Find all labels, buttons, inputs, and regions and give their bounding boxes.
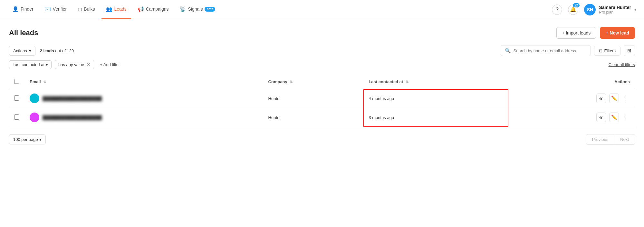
beta-badge: beta: [205, 7, 215, 12]
pagination: Previous Next: [586, 134, 635, 145]
previous-button[interactable]: Previous: [586, 134, 615, 145]
next-button[interactable]: Next: [614, 134, 635, 145]
nav-right: ? 🔔 22 SH Samara Hunter Pro plan ▾: [552, 4, 636, 15]
leads-count-value: 2 leads: [40, 48, 54, 53]
last-contacted-cell: 3 months ago: [363, 108, 508, 127]
user-plan: Pro plan: [599, 10, 631, 15]
user-menu[interactable]: SH Samara Hunter Pro plan ▾: [584, 4, 636, 15]
clear-filters-label: Clear all filters: [609, 62, 635, 67]
nav-signals[interactable]: 📡 Signals beta: [175, 0, 219, 19]
row-checkbox[interactable]: [14, 95, 19, 101]
actions-label: Actions: [13, 48, 27, 53]
user-name: Samara Hunter: [599, 5, 631, 10]
clear-filters[interactable]: Clear all filters: [609, 62, 635, 67]
select-all-header: [9, 75, 24, 89]
table-row: ████████████████████ Hunter 3 months ago…: [9, 108, 635, 127]
search-input[interactable]: [514, 48, 587, 53]
email-cell: ████████████████████: [24, 108, 263, 127]
columns-button[interactable]: ⊞: [624, 45, 635, 56]
finder-icon: 👤: [12, 6, 19, 12]
row-checkbox[interactable]: [14, 114, 19, 120]
view-button[interactable]: 👁: [596, 113, 606, 122]
email-blurred-text: ████████████████████: [43, 115, 102, 120]
row-checkbox-cell: [9, 89, 24, 108]
leads-count: 2 leads out of 129: [40, 48, 74, 53]
user-menu-chevron: ▾: [634, 7, 636, 12]
email-sort-icon[interactable]: ⇅: [43, 80, 46, 84]
nav-signals-label: Signals: [188, 6, 203, 12]
notification-badge: 22: [573, 3, 580, 7]
nav-finder[interactable]: 👤 Finder: [8, 0, 38, 19]
import-leads-button[interactable]: + Import leads: [556, 27, 596, 39]
main-content: All leads + Import leads + New lead Acti…: [0, 19, 644, 153]
nav-bulks-label: Bulks: [84, 6, 95, 12]
filter-field-label: Last contacted at: [13, 62, 44, 67]
nav-verifier[interactable]: ✉️ Verifier: [40, 0, 72, 19]
more-button[interactable]: ⋮: [622, 113, 630, 122]
avatar: SH: [584, 4, 596, 15]
company-cell: Hunter: [263, 108, 364, 127]
toolbar: Actions ▾ 2 leads out of 129 🔍 ⊟ Filters…: [9, 45, 635, 56]
email-cell: ████████████████████: [24, 89, 263, 108]
nav-bulks[interactable]: ◻ Bulks: [73, 0, 99, 19]
row-checkbox-cell: [9, 108, 24, 127]
table-container: Email ⇅ Company ⇅ Last contacted at ⇅ Ac…: [9, 75, 635, 127]
toolbar-left: Actions ▾ 2 leads out of 129: [9, 46, 74, 56]
filter-field-chip[interactable]: Last contacted at ▾: [9, 60, 52, 69]
verifier-icon: ✉️: [44, 6, 51, 12]
notification-button[interactable]: 🔔 22: [568, 5, 578, 15]
new-lead-button[interactable]: + New lead: [600, 27, 635, 39]
email-header: Email ⇅: [24, 75, 263, 89]
last-contacted-sort-icon[interactable]: ⇅: [406, 80, 409, 84]
nav-leads[interactable]: 👥 Leads: [101, 0, 131, 19]
company-header-label: Company: [268, 79, 287, 84]
filter-bar-left: Last contacted at ▾ has any value ✕ + Ad…: [9, 60, 122, 69]
table-footer: 100 per page ▾ Previous Next: [9, 128, 635, 145]
filter-value-chip: has any value ✕: [55, 60, 94, 69]
filter-value-text: has any value: [58, 62, 84, 67]
edit-button[interactable]: ✏️: [609, 113, 619, 122]
leads-icon: 👥: [106, 6, 112, 12]
nav-items: 👤 Finder ✉️ Verifier ◻ Bulks 👥 Leads 📢 C…: [8, 0, 552, 19]
bulks-icon: ◻: [78, 6, 82, 12]
columns-icon: ⊞: [627, 48, 631, 53]
last-contacted-header: Last contacted at ⇅: [363, 75, 508, 89]
email-blurred-text: ████████████████████: [43, 96, 102, 101]
nav-finder-label: Finder: [21, 6, 34, 12]
signals-icon: 📡: [179, 6, 186, 12]
search-box: 🔍: [501, 45, 591, 56]
actions-button[interactable]: Actions ▾: [9, 46, 35, 56]
company-cell: Hunter: [263, 89, 364, 108]
last-contacted-cell: 4 months ago: [363, 89, 508, 108]
company-sort-icon[interactable]: ⇅: [290, 80, 293, 84]
email-header-label: Email: [30, 79, 41, 84]
table-header-row: Email ⇅ Company ⇅ Last contacted at ⇅ Ac…: [9, 75, 635, 89]
search-icon: 🔍: [505, 48, 511, 54]
actions-cell: 👁 ✏️ ⋮: [508, 89, 635, 108]
more-button[interactable]: ⋮: [622, 94, 630, 103]
navbar: 👤 Finder ✉️ Verifier ◻ Bulks 👥 Leads 📢 C…: [0, 0, 644, 19]
email-avatar: [30, 94, 39, 103]
per-page-label: 100 per page: [13, 137, 38, 142]
per-page-chevron: ▾: [39, 137, 42, 142]
page-title: All leads: [9, 29, 38, 37]
table-body: ████████████████████ Hunter 4 months ago…: [9, 89, 635, 127]
filter-remove-button[interactable]: ✕: [87, 62, 91, 67]
per-page-button[interactable]: 100 per page ▾: [9, 134, 46, 144]
filter-icon: ⊟: [599, 48, 602, 53]
filters-button[interactable]: ⊟ Filters: [594, 46, 620, 56]
actions-chevron-icon: ▾: [29, 48, 31, 53]
view-button[interactable]: 👁: [596, 94, 606, 103]
last-contacted-header-label: Last contacted at: [369, 79, 403, 84]
nav-campaigns-label: Campaigns: [146, 6, 169, 12]
add-filter-button[interactable]: + Add filter: [97, 61, 122, 69]
edit-button[interactable]: ✏️: [609, 94, 619, 103]
select-all-checkbox[interactable]: [14, 79, 19, 84]
filters-label: Filters: [604, 48, 616, 53]
leads-count-suffix: out of 129: [55, 48, 74, 53]
campaigns-icon: 📢: [138, 6, 144, 12]
nav-campaigns[interactable]: 📢 Campaigns: [133, 0, 173, 19]
help-button[interactable]: ?: [552, 5, 562, 15]
table-row: ████████████████████ Hunter 4 months ago…: [9, 89, 635, 108]
actions-header: Actions: [508, 75, 635, 89]
